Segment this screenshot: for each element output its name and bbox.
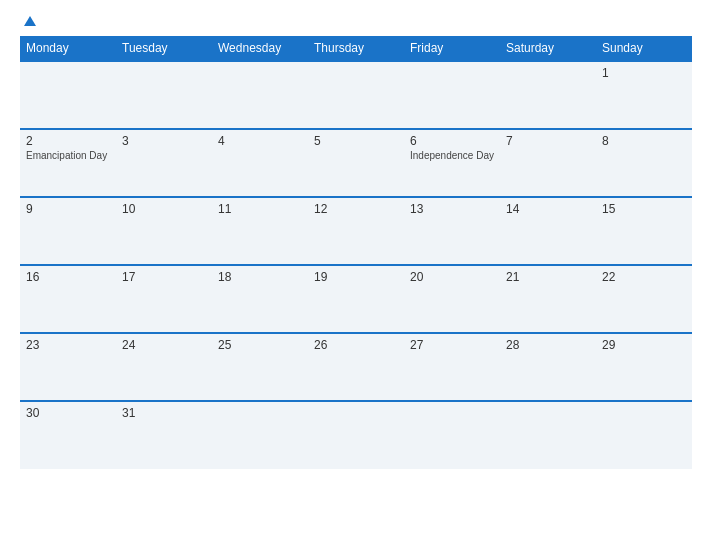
header <box>20 16 692 26</box>
calendar-cell <box>20 61 116 129</box>
day-number: 29 <box>602 338 686 352</box>
day-number: 22 <box>602 270 686 284</box>
calendar-cell: 7 <box>500 129 596 197</box>
day-number: 17 <box>122 270 206 284</box>
day-number: 13 <box>410 202 494 216</box>
week-row-2: 2Emancipation Day3456Independence Day78 <box>20 129 692 197</box>
calendar-cell: 11 <box>212 197 308 265</box>
calendar-cell: 31 <box>116 401 212 469</box>
weekday-header-tuesday: Tuesday <box>116 36 212 61</box>
week-row-1: 1 <box>20 61 692 129</box>
calendar-cell: 2Emancipation Day <box>20 129 116 197</box>
calendar-cell: 10 <box>116 197 212 265</box>
calendar-cell: 9 <box>20 197 116 265</box>
day-number: 3 <box>122 134 206 148</box>
week-row-6: 3031 <box>20 401 692 469</box>
calendar-cell: 24 <box>116 333 212 401</box>
calendar-cell <box>212 61 308 129</box>
weekday-header-row: MondayTuesdayWednesdayThursdayFridaySatu… <box>20 36 692 61</box>
calendar-cell: 27 <box>404 333 500 401</box>
page: MondayTuesdayWednesdayThursdayFridaySatu… <box>0 0 712 550</box>
calendar-cell <box>212 401 308 469</box>
calendar-cell: 17 <box>116 265 212 333</box>
calendar-cell <box>596 401 692 469</box>
day-number: 25 <box>218 338 302 352</box>
weekday-header-friday: Friday <box>404 36 500 61</box>
day-number: 18 <box>218 270 302 284</box>
calendar-cell <box>500 61 596 129</box>
day-number: 7 <box>506 134 590 148</box>
day-number: 10 <box>122 202 206 216</box>
calendar-cell: 29 <box>596 333 692 401</box>
day-number: 27 <box>410 338 494 352</box>
day-event-label: Emancipation Day <box>26 150 110 161</box>
calendar-cell: 30 <box>20 401 116 469</box>
weekday-header-sunday: Sunday <box>596 36 692 61</box>
calendar-cell: 20 <box>404 265 500 333</box>
day-number: 31 <box>122 406 206 420</box>
calendar-cell: 5 <box>308 129 404 197</box>
calendar-cell: 26 <box>308 333 404 401</box>
calendar-cell: 23 <box>20 333 116 401</box>
day-number: 26 <box>314 338 398 352</box>
calendar-cell: 14 <box>500 197 596 265</box>
calendar-cell <box>500 401 596 469</box>
calendar-cell: 1 <box>596 61 692 129</box>
calendar-cell <box>308 61 404 129</box>
day-number: 11 <box>218 202 302 216</box>
calendar-cell: 8 <box>596 129 692 197</box>
day-number: 20 <box>410 270 494 284</box>
calendar-table: MondayTuesdayWednesdayThursdayFridaySatu… <box>20 36 692 469</box>
day-event-label: Independence Day <box>410 150 494 161</box>
day-number: 28 <box>506 338 590 352</box>
day-number: 12 <box>314 202 398 216</box>
day-number: 21 <box>506 270 590 284</box>
day-number: 14 <box>506 202 590 216</box>
logo-blue-text <box>20 16 36 26</box>
calendar-cell: 13 <box>404 197 500 265</box>
week-row-4: 16171819202122 <box>20 265 692 333</box>
calendar-cell <box>404 401 500 469</box>
day-number: 24 <box>122 338 206 352</box>
day-number: 23 <box>26 338 110 352</box>
weekday-header-thursday: Thursday <box>308 36 404 61</box>
day-number: 30 <box>26 406 110 420</box>
calendar-cell: 25 <box>212 333 308 401</box>
calendar-cell: 6Independence Day <box>404 129 500 197</box>
weekday-header-saturday: Saturday <box>500 36 596 61</box>
calendar-cell: 4 <box>212 129 308 197</box>
week-row-3: 9101112131415 <box>20 197 692 265</box>
calendar-cell: 28 <box>500 333 596 401</box>
day-number: 9 <box>26 202 110 216</box>
day-number: 6 <box>410 134 494 148</box>
day-number: 5 <box>314 134 398 148</box>
logo <box>20 16 36 26</box>
calendar-cell <box>116 61 212 129</box>
day-number: 2 <box>26 134 110 148</box>
calendar-cell: 21 <box>500 265 596 333</box>
calendar-cell: 18 <box>212 265 308 333</box>
day-number: 15 <box>602 202 686 216</box>
calendar-cell <box>308 401 404 469</box>
calendar-cell: 15 <box>596 197 692 265</box>
day-number: 1 <box>602 66 686 80</box>
weekday-header-wednesday: Wednesday <box>212 36 308 61</box>
week-row-5: 23242526272829 <box>20 333 692 401</box>
calendar-cell: 3 <box>116 129 212 197</box>
weekday-header-monday: Monday <box>20 36 116 61</box>
calendar-cell: 12 <box>308 197 404 265</box>
day-number: 19 <box>314 270 398 284</box>
calendar-cell: 22 <box>596 265 692 333</box>
calendar-cell: 16 <box>20 265 116 333</box>
day-number: 8 <box>602 134 686 148</box>
calendar-cell: 19 <box>308 265 404 333</box>
day-number: 4 <box>218 134 302 148</box>
calendar-cell <box>404 61 500 129</box>
logo-triangle-icon <box>24 16 36 26</box>
day-number: 16 <box>26 270 110 284</box>
